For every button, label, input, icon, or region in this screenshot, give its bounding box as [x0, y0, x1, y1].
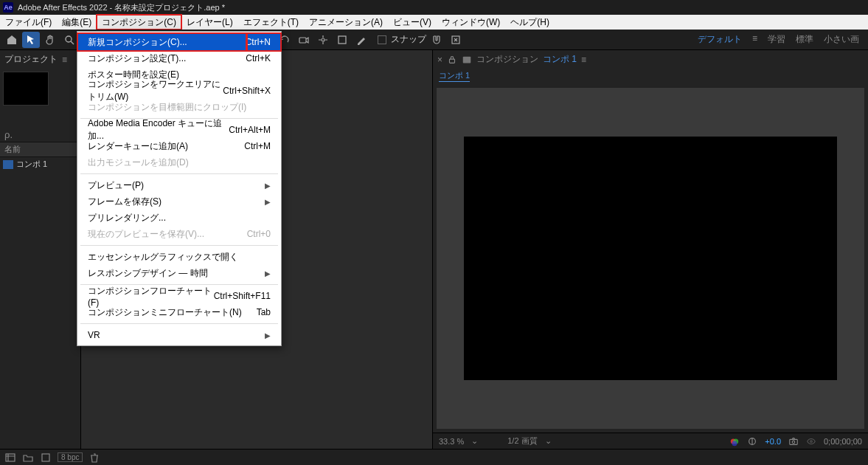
menu-crop-roi: コンポジションを目標範囲にクロップ(I): [77, 99, 281, 115]
menu-miniflow-shortcut: Tab: [257, 307, 271, 317]
workspace-standard[interactable]: 標準: [796, 33, 813, 46]
menu-new-composition-label: 新規コンポジション(C)...: [88, 36, 187, 49]
viewer-tab-menu-icon[interactable]: ≡: [581, 55, 586, 65]
menu-vr-label: VR: [88, 330, 100, 340]
anchor-tool-icon[interactable]: [314, 32, 332, 48]
app-icon: Ae: [3, 2, 13, 13]
zoom-level[interactable]: 33.3 %: [439, 437, 464, 446]
chevron-down-icon[interactable]: ⌄: [471, 436, 478, 446]
menu-vr[interactable]: VR ▶: [77, 327, 281, 343]
workspace-default[interactable]: デフォルト: [698, 33, 742, 46]
menu-animation[interactable]: アニメーション(A): [304, 15, 388, 30]
menu-save-preview-shortcut: Ctrl+0: [247, 229, 271, 239]
exposure-reset-icon[interactable]: [747, 436, 757, 447]
menu-output-module-label: 出力モジュールを追加(D): [88, 156, 189, 169]
lock-icon[interactable]: [447, 55, 457, 65]
menu-ame-queue-label: Adobe Media Encoder キューに追加...: [88, 117, 229, 142]
menu-miniflow[interactable]: コンポジションミニフローチャート(N) Tab: [77, 304, 281, 320]
submenu-arrow-icon: ▶: [265, 331, 271, 340]
menu-save-preview-label: 現在のプレビューを保存(V)...: [88, 228, 204, 241]
menu-flowchart[interactable]: コンポジションフローチャート(F) Ctrl+Shift+F11: [77, 288, 281, 304]
viewer-comp-link[interactable]: コンポ 1: [543, 53, 577, 66]
submenu-arrow-icon: ▶: [265, 269, 271, 278]
submenu-arrow-icon: ▶: [265, 182, 271, 190]
show-snapshot-icon[interactable]: [806, 436, 816, 447]
composition-viewport[interactable]: [436, 87, 865, 430]
menu-new-composition[interactable]: 新規コンポジション(C)... Ctrl+N: [77, 34, 281, 50]
menu-help[interactable]: ヘルプ(H): [505, 15, 555, 30]
menu-save-frame-label: フレームを保存(S): [88, 196, 162, 208]
viewer-breadcrumb-tab[interactable]: コンポ 1: [439, 71, 470, 82]
edge-snap-icon[interactable]: [447, 32, 465, 48]
menu-window[interactable]: ウィンドウ(W): [437, 15, 505, 30]
menu-separator: [80, 323, 278, 324]
snap-checkbox[interactable]: [378, 35, 386, 44]
workspace-small[interactable]: 小さい画: [824, 33, 859, 46]
menu-view[interactable]: ビュー(V): [388, 15, 437, 30]
chevron-down-icon[interactable]: ⌄: [545, 436, 552, 446]
channels-icon[interactable]: [729, 436, 740, 447]
composition-frame: [464, 137, 837, 380]
svg-point-12: [792, 441, 795, 444]
svg-rect-14: [6, 454, 15, 461]
panel-menu-icon[interactable]: ≡: [62, 55, 67, 65]
menu-render-queue-shortcut: Ctrl+M: [244, 141, 271, 151]
camera-tool-icon[interactable]: [295, 32, 313, 48]
svg-rect-11: [790, 439, 798, 444]
snap-label: スナップ: [391, 33, 426, 46]
composition-icon: [3, 160, 13, 169]
exposure-value[interactable]: +0.0: [765, 437, 781, 446]
project-item-row[interactable]: コンポ 1: [0, 157, 80, 171]
interpret-footage-icon[interactable]: [4, 452, 16, 464]
hand-tool-icon[interactable]: [41, 32, 59, 48]
project-column-name[interactable]: 名前: [0, 142, 80, 157]
workspace-learn[interactable]: 学習: [768, 33, 785, 46]
trash-icon[interactable]: [88, 452, 100, 464]
project-search-input[interactable]: ρ.: [0, 128, 80, 142]
menu-layer[interactable]: レイヤー(L): [181, 15, 238, 30]
snapshot-icon[interactable]: [788, 436, 799, 447]
menu-responsive-label: レスポンシブデザイン — 時間: [88, 267, 208, 280]
menu-save-frame[interactable]: フレームを保存(S) ▶: [77, 193, 281, 210]
viewer-close-icon[interactable]: ×: [437, 55, 442, 65]
timecode[interactable]: 0;00;00;00: [824, 437, 862, 446]
menu-file[interactable]: ファイル(F): [0, 15, 57, 30]
menu-trim-work-area[interactable]: コンポジションをワークエリアにトリム(W) Ctrl+Shift+X: [77, 83, 281, 99]
bpc-indicator[interactable]: 8 bpc: [58, 452, 83, 462]
project-panel: プロジェクト ≡ ρ. 名前 コンポ 1: [0, 50, 81, 449]
menu-separator: [80, 173, 278, 174]
menu-composition[interactable]: コンポジション(C): [97, 15, 181, 30]
svg-point-2: [322, 38, 324, 41]
menu-responsive[interactable]: レスポンシブデザイン — 時間 ▶: [77, 265, 281, 281]
menu-edit[interactable]: 編集(E): [57, 15, 97, 30]
menu-ame-queue[interactable]: Adobe Media Encoder キューに追加... Ctrl+Alt+M: [77, 122, 281, 138]
snap-magnet-icon[interactable]: [428, 32, 445, 48]
selection-tool-icon[interactable]: [22, 32, 40, 48]
menu-render-queue[interactable]: レンダーキューに追加(A) Ctrl+M: [77, 138, 281, 154]
menu-preview[interactable]: プレビュー(P) ▶: [77, 177, 281, 193]
menu-separator: [80, 245, 278, 246]
submenu-arrow-icon: ▶: [265, 198, 271, 206]
new-comp-icon[interactable]: [40, 452, 52, 464]
shape-tool-icon[interactable]: [333, 32, 351, 48]
menu-prerender[interactable]: プリレンダリング...: [77, 210, 281, 226]
title-bar: Ae Adobe After Effects 2022 - 名称未設定プロジェク…: [0, 0, 868, 15]
svg-point-13: [810, 440, 813, 442]
menu-comp-settings[interactable]: コンポジション設定(T)... Ctrl+K: [77, 50, 281, 66]
svg-rect-15: [42, 454, 49, 461]
pen-tool-icon[interactable]: [353, 32, 370, 48]
menu-egp[interactable]: エッセンシャルグラフィックスで開く: [77, 249, 281, 265]
menu-comp-settings-shortcut: Ctrl+K: [246, 53, 271, 63]
zoom-tool-icon[interactable]: [60, 32, 78, 48]
home-icon[interactable]: [3, 32, 21, 48]
quality-dropdown[interactable]: 1/2 画質: [507, 435, 537, 447]
new-folder-icon[interactable]: [22, 452, 34, 464]
menu-trim-work-shortcut: Ctrl+Shift+X: [223, 86, 271, 96]
composition-viewer-icon: [462, 55, 472, 65]
menu-flowchart-shortcut: Ctrl+Shift+F11: [214, 291, 271, 301]
menu-output-module: 出力モジュールを追加(D): [77, 154, 281, 170]
menu-effect[interactable]: エフェクト(T): [238, 15, 304, 30]
composition-menu-dropdown: 新規コンポジション(C)... Ctrl+N コンポジション設定(T)... C…: [77, 31, 282, 346]
menu-preview-label: プレビュー(P): [88, 179, 144, 192]
menu-bar: ファイル(F) 編集(E) コンポジション(C) レイヤー(L) エフェクト(T…: [0, 15, 868, 30]
